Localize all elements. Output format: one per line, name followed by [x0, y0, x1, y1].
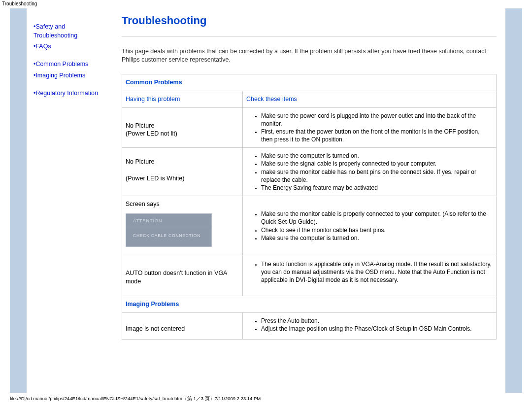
table-row: Image is not centered Press the Auto but… [122, 312, 497, 339]
sidebar-item-common-problems[interactable]: •Common Problems [33, 60, 108, 68]
check-item: The auto function is applicable only in … [261, 260, 493, 284]
check-item: Make sure the power cord is plugged into… [261, 112, 493, 128]
section-row-imaging: Imaging Problems [122, 296, 497, 312]
check-item: Press the Auto button. [261, 317, 493, 325]
section-row-common: Common Problems [122, 74, 497, 91]
problem-cell: Image is not centered [122, 312, 243, 339]
page-title: Troubleshooting [122, 14, 497, 27]
problem-cell: Screen says ATTENTION CHECK CABLE CONNEC… [122, 196, 243, 256]
attention-title: ATTENTION [126, 214, 211, 227]
section-heading-common: Common Problems [122, 74, 497, 91]
main-content: Troubleshooting This page deals with pro… [113, 8, 505, 393]
page-path-label: Troubleshooting [0, 0, 532, 8]
attention-body: CHECK CABLE CONNECTION [126, 227, 211, 239]
check-item: Check to see if the monitor cable has be… [261, 226, 493, 234]
check-cell: The auto function is applicable only in … [243, 256, 497, 296]
check-cell: Make sure the monitor cable is properly … [243, 196, 497, 256]
troubleshooting-table: Common Problems Having this problem Chec… [122, 74, 497, 340]
column-heading-check: Check these items [243, 91, 497, 107]
footer-file-path: file:///D|/cd manual/philips/244E1/lcd/m… [0, 395, 532, 404]
section-heading-imaging: Imaging Problems [122, 296, 497, 312]
check-item: Adjust the image position using the Phas… [261, 325, 493, 333]
check-item: First, ensure that the power button on t… [261, 128, 493, 143]
sidebar-nav: •Safety and Troubleshooting •FAQs •Commo… [27, 8, 113, 393]
check-cell: Make sure the power cord is plugged into… [243, 107, 497, 148]
sidebar-item-safety[interactable]: •Safety and Troubleshooting [33, 22, 108, 40]
sidebar-item-regulatory[interactable]: •Regulatory Information [33, 89, 108, 98]
check-item: Make sure the signal cable is properly c… [261, 160, 493, 168]
sidebar-item-imaging-problems[interactable]: •Imaging Problems [33, 71, 108, 80]
table-row: No Picture (Power LED not lit) Make sure… [122, 107, 497, 148]
check-cell: Press the Auto button. Adjust the image … [243, 312, 497, 339]
check-item: make sure the monitor cable has no bent … [261, 168, 493, 184]
header-row: Having this problem Check these items [122, 91, 497, 107]
problem-cell: No Picture (Power LED not lit) [122, 107, 243, 148]
table-row: No Picture (Power LED is White) Make sur… [122, 148, 497, 196]
check-item: The Energy Saving feature may be activat… [261, 184, 493, 192]
problem-cell: No Picture (Power LED is White) [122, 148, 243, 196]
check-item: Make sure the monitor cable is properly … [261, 210, 493, 226]
attention-graphic: ATTENTION CHECK CABLE CONNECTION [126, 213, 212, 247]
title-divider [122, 36, 497, 36]
check-cell: Make sure the computer is turned on. Mak… [243, 148, 497, 196]
column-heading-problem: Having this problem [122, 91, 243, 107]
intro-paragraph: This page deals with problems that can b… [122, 47, 497, 64]
check-item: Make sure the computer is turned on. [261, 234, 493, 242]
table-row: AUTO button doesn't function in VGA mode… [122, 256, 497, 296]
page-frame: •Safety and Troubleshooting •FAQs •Commo… [10, 8, 522, 393]
check-item: Make sure the computer is turned on. [261, 152, 493, 160]
sidebar-item-faqs[interactable]: •FAQs [33, 42, 108, 51]
table-row: Screen says ATTENTION CHECK CABLE CONNEC… [122, 196, 497, 256]
problem-cell: AUTO button doesn't function in VGA mode [122, 256, 243, 296]
